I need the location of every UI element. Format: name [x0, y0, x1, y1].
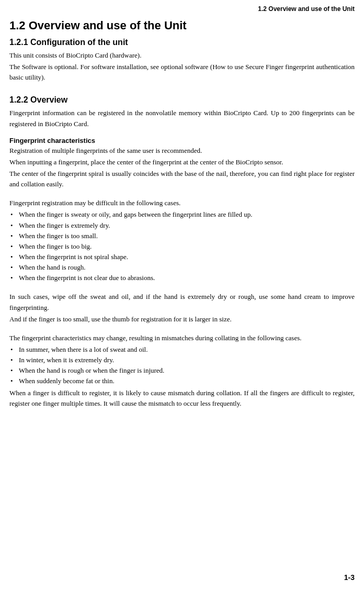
list-item: When suddenly become fat or thin. — [9, 376, 355, 386]
paragraph: In such cases, wipe off the sweat and oi… — [9, 292, 355, 313]
running-head: 1.2 Overview and use of the Unit — [9, 5, 355, 13]
section-title: 1.2 Overview and use of the Unit — [9, 19, 355, 32]
paragraph: The Software is optional. For software i… — [9, 62, 355, 83]
list-item: When the finger is too big. — [9, 241, 355, 252]
difficult-cases-intro: Fingerprint registration may be difficul… — [9, 198, 355, 208]
paragraph: Fingerprint information can be registere… — [9, 108, 355, 129]
subsection-1-2-1-title: 1.2.1 Configuration of the unit — [9, 38, 355, 47]
list-item: When the finger is sweaty or oily, and g… — [9, 209, 355, 220]
list-item: When the fingerprint is not clear due to… — [9, 273, 355, 283]
change-cases-intro: The fingerprint characteristics may chan… — [9, 333, 355, 343]
paragraph: And if the finger is too small, use the … — [9, 314, 355, 325]
difficult-cases-list: When the finger is sweaty or oily, and g… — [9, 209, 355, 283]
paragraph: This unit consists of BioCripto Card (ha… — [9, 50, 355, 61]
list-item: When the fingerprint is not spiral shape… — [9, 252, 355, 262]
list-item: When the hand is rough. — [9, 262, 355, 273]
paragraph: When inputting a fingerprint, place the … — [9, 157, 355, 168]
change-cases-list: In summer, when there is a lot of sweat … — [9, 344, 355, 387]
list-item: In summer, when there is a lot of sweat … — [9, 344, 355, 355]
page-number: 1-3 — [344, 573, 355, 582]
list-item: When the hand is rough or when the finge… — [9, 365, 355, 376]
paragraph: Registration of multiple fingerprints of… — [9, 146, 355, 156]
list-item: When the finger is too small. — [9, 231, 355, 241]
subsection-1-2-2-title: 1.2.2 Overview — [9, 95, 355, 105]
closing-paragraph: When a finger is difficult to register, … — [9, 388, 355, 409]
page: 1.2 Overview and use of the Unit 1.2 Ove… — [0, 0, 364, 591]
list-item: In winter, when it is extremely dry. — [9, 355, 355, 365]
fingerprint-characteristics-title: Fingerprint characteristics — [9, 137, 355, 144]
list-item: When the finger is extremely dry. — [9, 220, 355, 231]
paragraph: The center of the fingerprint spiral is … — [9, 169, 355, 189]
